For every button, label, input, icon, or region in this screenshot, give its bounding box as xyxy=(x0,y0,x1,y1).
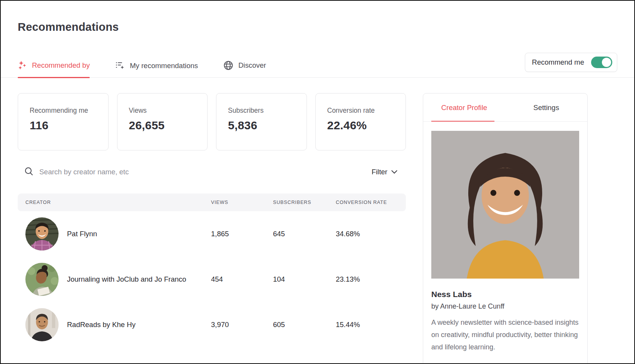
stat-label: Recommending me xyxy=(30,107,97,115)
table-row[interactable]: RadReads by Khe Hy 3,970 605 15.44% xyxy=(18,302,406,347)
tab-discover[interactable]: Discover xyxy=(223,60,266,77)
table-header-row: CREATOR VIEWS SUBSCRIBERS CONVERSION RAT… xyxy=(18,194,406,211)
conversion-rate-value: 15.44% xyxy=(336,321,398,329)
views-value: 454 xyxy=(211,275,273,284)
views-value: 3,970 xyxy=(211,321,273,329)
stat-card-views: Views 26,655 xyxy=(117,93,208,150)
tab-label: My recommendations xyxy=(130,62,198,70)
tab-my-recommendations[interactable]: My recommendations xyxy=(115,61,198,77)
panel-tab-bar: Creator Profile Settings xyxy=(423,94,587,122)
chevron-down-icon xyxy=(391,169,397,175)
toggle-knob xyxy=(602,58,611,67)
subscribers-value: 645 xyxy=(273,230,336,238)
globe-icon xyxy=(223,60,233,70)
stat-card-recommending-me: Recommending me 116 xyxy=(18,93,109,150)
tab-settings[interactable]: Settings xyxy=(505,94,587,121)
stat-label: Subscribers xyxy=(228,107,295,115)
tab-bar: Recommended by My recommendations xyxy=(1,53,634,78)
stat-label: Views xyxy=(129,107,196,115)
stat-cards: Recommending me 116 Views 26,655 Subscri… xyxy=(18,93,406,150)
main-content: Recommending me 116 Views 26,655 Subscri… xyxy=(1,78,634,364)
column-header-conversion-rate: CONVERSION RATE xyxy=(336,200,398,205)
column-header-creator: CREATOR xyxy=(25,200,211,205)
filter-label: Filter xyxy=(372,168,387,176)
recommend-me-label: Recommend me xyxy=(532,58,584,67)
stat-card-conversion-rate: Conversion rate 22.46% xyxy=(315,93,406,150)
sparkles-icon xyxy=(18,60,27,70)
recommendations-page: Recommendations Recommended by xyxy=(0,0,635,364)
list-sparkle-icon xyxy=(115,61,125,70)
conversion-rate-value: 34.68% xyxy=(336,230,398,238)
profile-description: A weekly newsletter with science-based i… xyxy=(431,316,579,353)
stats-and-table-column: Recommending me 116 Views 26,655 Subscri… xyxy=(18,93,406,347)
stat-card-subscribers: Subscribers 5,836 xyxy=(216,93,307,150)
stat-value: 22.46% xyxy=(327,119,394,132)
search-box[interactable] xyxy=(18,167,372,177)
avatar xyxy=(25,263,59,296)
creator-name: Journaling with JoClub and Jo Franco xyxy=(67,275,186,284)
page-title: Recommendations xyxy=(1,1,634,33)
stat-value: 5,836 xyxy=(228,119,295,132)
recommend-me-toggle[interactable] xyxy=(591,57,612,68)
column-header-views: VIEWS xyxy=(211,200,273,205)
profile-byline: by Anne-Laure Le Cunff xyxy=(431,302,579,311)
table-row[interactable]: Pat Flynn 1,865 645 34.68% xyxy=(18,211,406,257)
tab-creator-profile[interactable]: Creator Profile xyxy=(423,94,505,121)
recommend-me-button[interactable]: Recommend me xyxy=(525,53,617,72)
stat-value: 26,655 xyxy=(129,119,196,132)
stat-value: 116 xyxy=(30,119,97,132)
search-filter-row: Filter xyxy=(18,164,406,180)
avatar xyxy=(25,308,59,341)
tab-label: Discover xyxy=(238,61,266,70)
tab-label: Recommended by xyxy=(32,61,90,70)
stat-label: Conversion rate xyxy=(327,107,394,115)
column-header-subscribers: SUBSCRIBERS xyxy=(273,200,336,205)
tab-recommended-by[interactable]: Recommended by xyxy=(18,60,90,77)
profile-name: Ness Labs xyxy=(431,290,579,299)
avatar xyxy=(25,217,59,250)
filter-button[interactable]: Filter xyxy=(372,168,406,176)
table-row[interactable]: Journaling with JoClub and Jo Franco 454… xyxy=(18,257,406,302)
creator-name: Pat Flynn xyxy=(67,230,97,238)
subscribers-value: 104 xyxy=(273,275,336,284)
profile-avatar xyxy=(431,131,579,279)
views-value: 1,865 xyxy=(211,230,273,238)
creator-name: RadReads by Khe Hy xyxy=(67,321,136,329)
conversion-rate-value: 23.13% xyxy=(336,275,398,284)
subscribers-value: 605 xyxy=(273,321,336,329)
search-input[interactable] xyxy=(39,168,201,176)
creator-profile-panel: Creator Profile Settings xyxy=(423,93,588,364)
search-icon xyxy=(24,167,34,177)
